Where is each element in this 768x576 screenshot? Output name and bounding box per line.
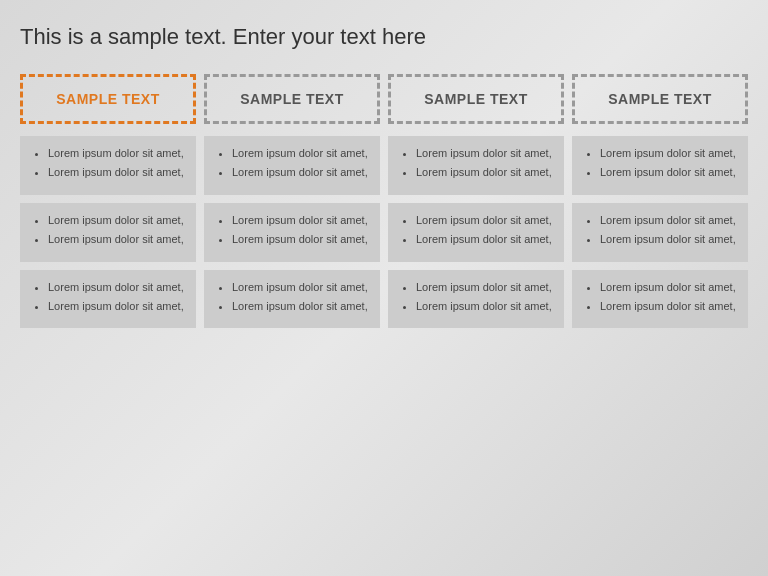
list-item: Lorem ipsum dolor sit amet, — [232, 213, 368, 228]
content-block-4-3: Lorem ipsum dolor sit amet,Lorem ipsum d… — [572, 270, 748, 329]
column-1: SAMPLE TEXTLorem ipsum dolor sit amet,Lo… — [20, 74, 196, 328]
list-item: Lorem ipsum dolor sit amet, — [600, 213, 736, 228]
list-item: Lorem ipsum dolor sit amet, — [48, 280, 184, 295]
content-block-1-3: Lorem ipsum dolor sit amet,Lorem ipsum d… — [20, 270, 196, 329]
list-item: Lorem ipsum dolor sit amet, — [48, 165, 184, 180]
list-item: Lorem ipsum dolor sit amet, — [600, 165, 736, 180]
list-item: Lorem ipsum dolor sit amet, — [416, 165, 552, 180]
list-item: Lorem ipsum dolor sit amet, — [416, 232, 552, 247]
list-item: Lorem ipsum dolor sit amet, — [48, 299, 184, 314]
list-item: Lorem ipsum dolor sit amet, — [48, 213, 184, 228]
list-item: Lorem ipsum dolor sit amet, — [232, 280, 368, 295]
list-item: Lorem ipsum dolor sit amet, — [416, 280, 552, 295]
list-item: Lorem ipsum dolor sit amet, — [600, 280, 736, 295]
content-block-2-2: Lorem ipsum dolor sit amet,Lorem ipsum d… — [204, 203, 380, 262]
content-block-1-2: Lorem ipsum dolor sit amet,Lorem ipsum d… — [20, 203, 196, 262]
content-block-2-3: Lorem ipsum dolor sit amet,Lorem ipsum d… — [204, 270, 380, 329]
list-item: Lorem ipsum dolor sit amet, — [600, 232, 736, 247]
column-header-3[interactable]: SAMPLE TEXT — [388, 74, 564, 124]
list-item: Lorem ipsum dolor sit amet, — [232, 232, 368, 247]
column-2: SAMPLE TEXTLorem ipsum dolor sit amet,Lo… — [204, 74, 380, 328]
column-header-4[interactable]: SAMPLE TEXT — [572, 74, 748, 124]
content-block-4-1: Lorem ipsum dolor sit amet,Lorem ipsum d… — [572, 136, 748, 195]
list-item: Lorem ipsum dolor sit amet, — [416, 146, 552, 161]
content-block-3-2: Lorem ipsum dolor sit amet,Lorem ipsum d… — [388, 203, 564, 262]
content-block-3-1: Lorem ipsum dolor sit amet,Lorem ipsum d… — [388, 136, 564, 195]
content-block-3-3: Lorem ipsum dolor sit amet,Lorem ipsum d… — [388, 270, 564, 329]
content-block-1-1: Lorem ipsum dolor sit amet,Lorem ipsum d… — [20, 136, 196, 195]
list-item: Lorem ipsum dolor sit amet, — [416, 299, 552, 314]
list-item: Lorem ipsum dolor sit amet, — [48, 146, 184, 161]
list-item: Lorem ipsum dolor sit amet, — [600, 299, 736, 314]
main-title: This is a sample text. Enter your text h… — [20, 24, 748, 50]
content-block-4-2: Lorem ipsum dolor sit amet,Lorem ipsum d… — [572, 203, 748, 262]
list-item: Lorem ipsum dolor sit amet, — [416, 213, 552, 228]
list-item: Lorem ipsum dolor sit amet, — [48, 232, 184, 247]
column-header-1[interactable]: SAMPLE TEXT — [20, 74, 196, 124]
column-4: SAMPLE TEXTLorem ipsum dolor sit amet,Lo… — [572, 74, 748, 328]
list-item: Lorem ipsum dolor sit amet, — [232, 165, 368, 180]
column-3: SAMPLE TEXTLorem ipsum dolor sit amet,Lo… — [388, 74, 564, 328]
columns-container: SAMPLE TEXTLorem ipsum dolor sit amet,Lo… — [20, 74, 748, 328]
list-item: Lorem ipsum dolor sit amet, — [600, 146, 736, 161]
page: This is a sample text. Enter your text h… — [0, 0, 768, 576]
list-item: Lorem ipsum dolor sit amet, — [232, 299, 368, 314]
list-item: Lorem ipsum dolor sit amet, — [232, 146, 368, 161]
content-block-2-1: Lorem ipsum dolor sit amet,Lorem ipsum d… — [204, 136, 380, 195]
column-header-2[interactable]: SAMPLE TEXT — [204, 74, 380, 124]
